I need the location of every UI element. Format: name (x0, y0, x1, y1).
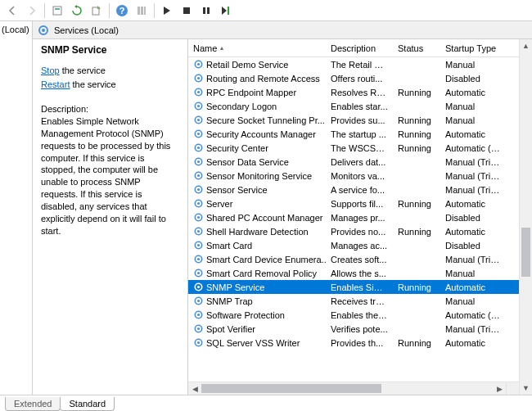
tree-node-local[interactable]: (Local) (2, 25, 30, 34)
service-startup: Manual (Trig... (440, 157, 507, 167)
svg-point-51 (197, 314, 200, 316)
scroll-up-icon[interactable]: ▲ (520, 39, 532, 52)
svg-point-29 (197, 160, 200, 163)
service-row[interactable]: Smart Card Device Enumera...Creates soft… (188, 252, 519, 266)
col-status[interactable]: Status (393, 43, 440, 53)
stop-service-icon[interactable] (178, 2, 196, 20)
service-startup: Automatic (440, 199, 507, 209)
column-headers: Name▴ Description Status Startup Type (188, 39, 519, 57)
service-description: Allows the s... (326, 269, 393, 278)
svg-point-47 (197, 286, 200, 288)
service-row[interactable]: Secondary LogonEnables star...Manual (188, 99, 519, 113)
svg-point-55 (197, 341, 200, 344)
service-status: Running (393, 199, 440, 209)
service-startup: Disabled (440, 74, 507, 84)
service-description: Manages pr... (326, 213, 393, 223)
service-icon (193, 142, 204, 153)
service-name: Server (206, 199, 232, 209)
vscroll-thumb[interactable] (521, 228, 530, 277)
columns-icon[interactable] (133, 2, 151, 20)
service-icon (193, 282, 204, 292)
service-row[interactable]: ServerSupports fil...RunningAutomatic (188, 196, 519, 210)
service-row[interactable]: Sensor Data ServiceDelivers dat...Manual… (188, 155, 519, 169)
service-row[interactable]: Software ProtectionEnables the ...Automa… (188, 308, 519, 322)
scroll-left-icon[interactable]: ◀ (188, 382, 201, 395)
service-row[interactable]: Smart Card Removal PolicyAllows the s...… (188, 266, 519, 280)
refresh-icon[interactable] (68, 2, 86, 20)
service-name: Retail Demo Service (206, 60, 288, 70)
service-row[interactable]: Shell Hardware DetectionProvides no...Ru… (188, 224, 519, 238)
service-startup: Manual (440, 102, 507, 111)
service-row[interactable]: SQL Server VSS WriterProvides th...Runni… (188, 336, 519, 350)
svg-rect-11 (228, 7, 229, 15)
pause-service-icon[interactable] (197, 2, 215, 20)
service-icon (193, 296, 204, 306)
service-startup: Automatic (440, 88, 507, 97)
service-description: Enables Sim... (326, 282, 393, 292)
restart-link[interactable]: Restart (41, 79, 70, 89)
service-row[interactable]: RPC Endpoint MapperResolves RP...Running… (188, 85, 519, 99)
properties-icon[interactable] (48, 2, 66, 20)
service-name: SNMP Trap (206, 296, 253, 306)
restart-service-icon[interactable] (217, 2, 235, 20)
help-icon[interactable]: ? (113, 2, 131, 20)
service-startup: Automatic (D... (440, 310, 507, 320)
service-row[interactable]: Smart CardManages ac...Disabled (188, 238, 519, 252)
service-description: Receives tra... (326, 296, 393, 306)
back-icon[interactable] (3, 2, 21, 20)
selected-service-title: SNMP Service (41, 44, 179, 56)
stop-link[interactable]: Stop (41, 65, 60, 75)
service-icon (193, 170, 204, 181)
service-row[interactable]: SNMP TrapReceives tra...Manual (188, 294, 519, 308)
service-row[interactable]: Retail Demo ServiceThe Retail D...Manual (188, 57, 519, 71)
service-description: Monitors va... (326, 171, 393, 181)
list-pane: Name▴ Description Status Startup Type Re… (188, 39, 532, 395)
service-name: SQL Server VSS Writer (206, 338, 300, 348)
tab-standard[interactable]: Standard (60, 397, 115, 411)
service-icon (193, 240, 204, 251)
tab-extended[interactable]: Extended (5, 397, 61, 411)
scroll-down-icon[interactable]: ▼ (520, 382, 532, 395)
svg-point-31 (197, 174, 200, 177)
col-startup[interactable]: Startup Type (440, 43, 507, 53)
service-row[interactable]: Routing and Remote AccessOffers routi...… (188, 71, 519, 85)
service-row[interactable]: Security CenterThe WSCSV...RunningAutoma… (188, 141, 519, 155)
col-description[interactable]: Description (326, 43, 393, 53)
service-row[interactable]: Security Accounts ManagerThe startup ...… (188, 127, 519, 141)
service-name: Routing and Remote Access (206, 74, 320, 84)
service-description: Delivers dat... (326, 157, 393, 167)
start-service-icon[interactable] (158, 2, 176, 20)
service-status: Running (393, 115, 440, 125)
service-row[interactable]: Shared PC Account ManagerManages pr...Di… (188, 210, 519, 224)
service-row[interactable]: Sensor Monitoring ServiceMonitors va...M… (188, 169, 519, 183)
svg-rect-1 (55, 8, 60, 10)
service-startup: Manual (Trig... (440, 255, 507, 264)
forward-icon[interactable] (23, 2, 41, 20)
svg-point-39 (197, 230, 200, 233)
service-description: A service fo... (326, 185, 393, 195)
service-description: Enables the ... (326, 310, 393, 320)
service-row[interactable]: Spot VerifierVerifies pote...Manual (Tri… (188, 322, 519, 336)
svg-point-23 (197, 119, 200, 121)
service-name: Smart Card Removal Policy (206, 269, 317, 278)
service-row[interactable]: Sensor ServiceA service fo...Manual (Tri… (188, 183, 519, 196)
col-name[interactable]: Name▴ (188, 43, 326, 53)
service-row[interactable]: Secure Socket Tunneling Pr...Provides su… (188, 113, 519, 127)
vertical-scrollbar[interactable]: ▲ ▼ (519, 39, 532, 395)
service-startup: Manual (440, 115, 507, 125)
service-icon (193, 73, 204, 84)
tree-pane[interactable]: (Local) (0, 21, 33, 395)
svg-point-45 (197, 272, 200, 274)
scroll-right-icon[interactable]: ▶ (493, 382, 506, 395)
service-description: Supports fil... (326, 199, 393, 209)
service-row[interactable]: SNMP ServiceEnables Sim...RunningAutomat… (188, 280, 519, 294)
service-startup: Manual (Trig... (440, 324, 507, 334)
service-name: Spot Verifier (206, 324, 255, 334)
service-description: Provides su... (326, 115, 393, 125)
svg-point-17 (197, 77, 200, 79)
horizontal-scrollbar[interactable]: ◀ ▶ (188, 382, 506, 395)
export-icon[interactable] (88, 2, 106, 20)
service-status: Running (393, 143, 440, 153)
svg-rect-6 (141, 7, 143, 15)
hscroll-thumb[interactable] (201, 384, 381, 393)
